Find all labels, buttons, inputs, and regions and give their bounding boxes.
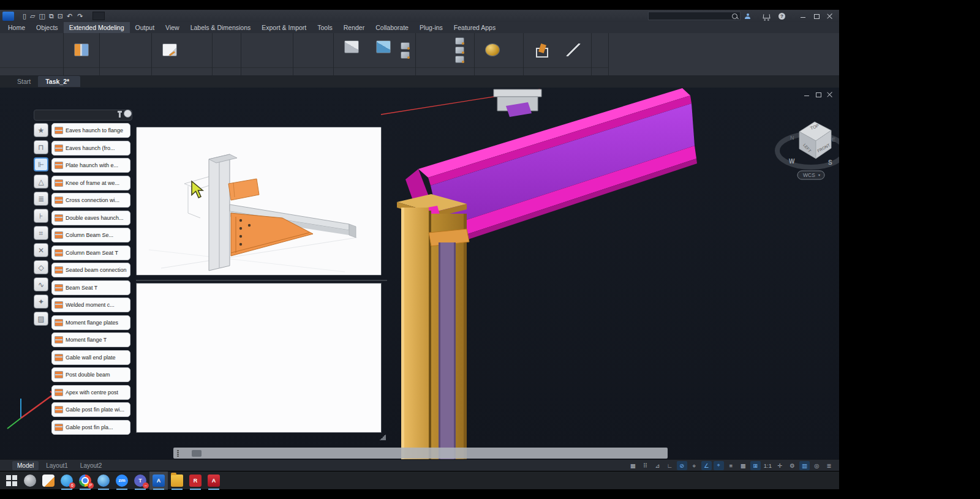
connection-list-item[interactable]: Gable wall end plate <box>51 350 130 365</box>
connection-list-item[interactable]: Knee of frame at we... <box>51 176 130 190</box>
taskbar-icon-start[interactable] <box>2 471 21 490</box>
status-icon-hardware[interactable]: ▥ <box>799 461 810 470</box>
connection-list-item[interactable]: Welded moment c... <box>51 298 130 312</box>
status-icon-infer[interactable]: ⊿ <box>652 461 663 470</box>
status-icon-otrack[interactable]: ∠ <box>701 461 712 470</box>
search-input[interactable] <box>649 12 729 20</box>
qat-icon-save[interactable]: ◫ <box>39 13 45 20</box>
status-icon-dyninput[interactable]: ⊞ <box>750 461 761 470</box>
extrude-faces-button[interactable] <box>455 47 471 54</box>
ribbon-tab[interactable]: Extended Modeling <box>64 22 130 33</box>
category-icon-beam-splice[interactable]: ⊦ <box>34 209 48 223</box>
connection-list-item[interactable]: Plate haunch with e... <box>51 158 130 173</box>
status-icon-transparency[interactable]: ▩ <box>738 461 748 470</box>
status-icon-osnap[interactable]: ⌖ <box>714 461 724 470</box>
connection-vault-button[interactable] <box>67 43 96 58</box>
file-tab[interactable]: Start <box>10 76 38 87</box>
status-icon-ortho[interactable]: ∟ <box>665 461 675 470</box>
separate-button[interactable] <box>455 56 471 63</box>
status-icon-snap[interactable]: ⠿ <box>640 461 650 470</box>
extract-edges-button[interactable] <box>455 37 471 45</box>
cart-icon[interactable] <box>763 14 771 18</box>
status-icon-isodraft[interactable]: ⋄ <box>689 461 699 470</box>
category-icon-apex[interactable]: △ <box>34 174 48 189</box>
ribbon-tab[interactable]: Objects <box>31 22 64 33</box>
ribbon-group-label[interactable] <box>416 67 474 75</box>
taskbar-icon-rstudio[interactable]: R <box>186 471 205 490</box>
category-icon-base-plates[interactable]: ⊓ <box>34 140 48 154</box>
connection-list-item[interactable]: Eaves haunch (fro... <box>51 141 130 156</box>
ribbon-tab[interactable]: Collaborate <box>370 22 414 33</box>
app-menu-button[interactable] <box>2 12 14 21</box>
search-field[interactable] <box>648 12 741 20</box>
taskbar-icon-snip[interactable] <box>21 471 39 490</box>
model-check-button[interactable] <box>155 43 184 58</box>
command-line[interactable] <box>173 448 668 459</box>
category-icon-plates[interactable]: ≣ <box>34 192 48 206</box>
connection-list-item[interactable]: Beam Seat T <box>51 280 130 295</box>
smooth-object-button[interactable] <box>478 43 507 58</box>
ribbon-tab[interactable]: Render <box>338 22 370 33</box>
palette-scroll-button[interactable] <box>124 110 132 118</box>
qat-icon-open[interactable]: ▱ <box>30 13 35 20</box>
qat-icon-redo[interactable]: ↷ <box>77 13 84 20</box>
polysolid-button[interactable] <box>401 42 412 50</box>
connection-list-item[interactable]: Eaves haunch to flange <box>51 123 130 138</box>
status-icon-customization[interactable]: ≣ <box>824 461 834 470</box>
qat-icon-new[interactable]: ▯ <box>23 13 26 20</box>
taskbar-icon-teams[interactable]: T– <box>131 471 149 490</box>
palette-titlebar[interactable] <box>34 110 132 121</box>
connection-list-item[interactable]: Cross connection wi... <box>51 193 130 208</box>
connection-list-item[interactable]: Column Beam Seat T <box>51 246 130 260</box>
qat-icon-save-as[interactable]: ⧉ <box>49 13 54 20</box>
layout-tab[interactable]: Layout2 <box>75 461 107 470</box>
ribbon-tab[interactable]: Labels & Dimensions <box>185 22 257 33</box>
taskbar-icon-acrobat[interactable]: A <box>205 471 223 490</box>
status-icon-scale[interactable]: 1:1 <box>763 461 773 470</box>
ribbon-group-label[interactable] <box>524 67 591 75</box>
workspace-selector[interactable] <box>92 12 105 20</box>
command-input[interactable] <box>210 449 660 457</box>
taskbar-icon-mail[interactable]: 6 <box>58 471 76 490</box>
connection-list-item[interactable]: Double eaves haunch... <box>51 211 130 225</box>
ribbon-group-label[interactable] <box>293 67 333 75</box>
connection-list-item[interactable]: Column Beam Se... <box>51 228 130 242</box>
category-icon-special[interactable]: ✦ <box>34 295 48 309</box>
ribbon-group-label[interactable] <box>152 67 212 75</box>
ribbon-tab[interactable]: Featured Apps <box>448 22 501 33</box>
ribbon-group-label[interactable] <box>475 67 523 75</box>
panel-resize-handle[interactable] <box>380 434 386 440</box>
status-icon-polar[interactable]: ⊘ <box>677 461 687 470</box>
connection-list-item[interactable]: Moment flange T <box>51 332 130 347</box>
status-icon-annotation[interactable]: ✛ <box>775 461 785 470</box>
taskbar-icon-edge[interactable] <box>94 471 113 490</box>
connection-list-item[interactable]: Seated beam connection <box>51 263 130 277</box>
command-grip-icon[interactable] <box>177 450 179 457</box>
drawing-viewport[interactable]: W S N E TOP LEFT FRONT WCS ▾ <box>0 88 839 459</box>
ribbon-tab[interactable]: Home <box>2 22 31 33</box>
user-icon[interactable] <box>745 13 750 19</box>
ribbon-group-label[interactable] <box>0 67 63 75</box>
category-icon-platework[interactable]: ▨ <box>34 312 48 326</box>
ribbon-group-label[interactable] <box>241 67 293 75</box>
file-tab[interactable]: Task_2* <box>38 76 80 87</box>
command-prompt-icon[interactable] <box>192 450 202 457</box>
connection-list-item[interactable]: Gable post fin pla... <box>51 420 130 435</box>
ribbon-tab[interactable]: Output <box>130 22 160 33</box>
category-icon-favorites[interactable]: ★ <box>34 123 48 137</box>
status-icon-grid[interactable]: ▦ <box>628 461 638 470</box>
category-icon-column-beam[interactable]: ⊩ <box>34 157 48 171</box>
connection-list-item[interactable]: Apex with centre post <box>51 385 130 400</box>
taskbar-icon-chrome[interactable]: P <box>76 471 94 490</box>
layout-tab[interactable]: Layout1 <box>41 461 73 470</box>
level-of-detail-button[interactable] <box>559 43 588 58</box>
palette-divider[interactable] <box>136 280 387 281</box>
ribbon-tab[interactable]: Export & Import <box>256 22 312 33</box>
status-icon-isolate[interactable]: ◎ <box>812 461 822 470</box>
category-icon-grating[interactable]: ⌗ <box>34 226 48 240</box>
ribbon-tab[interactable]: Tools <box>312 22 338 33</box>
search-icon[interactable] <box>732 13 737 19</box>
connection-list-item[interactable]: Post double beam <box>51 367 130 382</box>
palette-pin-icon[interactable] <box>119 113 121 118</box>
extrude-button[interactable] <box>369 40 398 60</box>
